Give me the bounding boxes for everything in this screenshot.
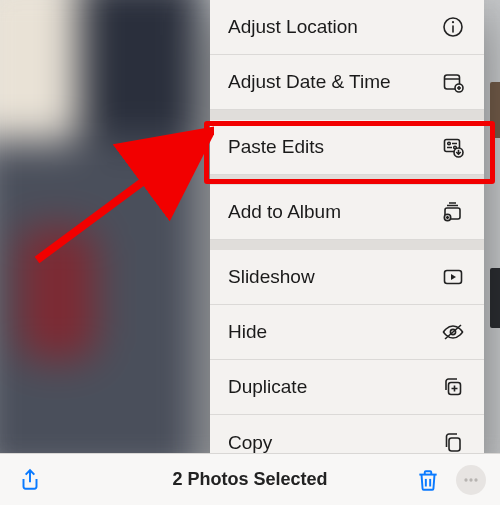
menu-item-label: Copy xyxy=(228,432,272,454)
menu-item-slideshow[interactable]: Slideshow xyxy=(210,250,484,305)
menu-separator xyxy=(210,240,484,250)
menu-item-label: Hide xyxy=(228,321,267,343)
copy-icon xyxy=(440,430,466,456)
svg-point-9 xyxy=(448,142,451,145)
menu-item-duplicate[interactable]: Duplicate xyxy=(210,360,484,415)
svg-rect-26 xyxy=(449,438,460,451)
menu-item-label: Slideshow xyxy=(228,266,315,288)
eye-off-icon xyxy=(440,319,466,345)
play-rect-icon xyxy=(440,264,466,290)
menu-separator xyxy=(210,110,484,120)
menu-separator xyxy=(210,175,484,185)
more-button[interactable] xyxy=(456,465,486,495)
menu-item-hide[interactable]: Hide xyxy=(210,305,484,360)
menu-item-label: Adjust Date & Time xyxy=(228,71,391,93)
svg-marker-20 xyxy=(451,274,456,280)
menu-item-label: Duplicate xyxy=(228,376,307,398)
paste-edits-icon xyxy=(440,134,466,160)
albums-icon xyxy=(440,199,466,225)
menu-item-label: Add to Album xyxy=(228,201,341,223)
context-menu: Adjust Location Adjust Date & Time Paste… xyxy=(210,0,484,470)
share-icon xyxy=(17,467,43,493)
menu-item-adjust-date-time[interactable]: Adjust Date & Time xyxy=(210,55,484,110)
menu-item-label: Paste Edits xyxy=(228,136,324,158)
info-icon xyxy=(440,14,466,40)
share-button[interactable] xyxy=(14,464,46,496)
photo-thumbnail-sliver xyxy=(490,268,500,328)
menu-item-paste-edits[interactable]: Paste Edits xyxy=(210,120,484,175)
bottom-toolbar: 2 Photos Selected xyxy=(0,453,500,505)
svg-point-33 xyxy=(474,478,477,481)
trash-button[interactable] xyxy=(412,464,444,496)
menu-item-add-to-album[interactable]: Add to Album xyxy=(210,185,484,240)
photo-thumbnail-sliver xyxy=(490,82,500,138)
more-icon xyxy=(461,470,481,490)
trash-icon xyxy=(415,467,441,493)
calendar-icon xyxy=(440,69,466,95)
menu-item-label: Adjust Location xyxy=(228,16,358,38)
svg-point-32 xyxy=(469,478,472,481)
menu-item-adjust-location[interactable]: Adjust Location xyxy=(210,0,484,55)
svg-point-31 xyxy=(464,478,467,481)
duplicate-icon xyxy=(440,374,466,400)
